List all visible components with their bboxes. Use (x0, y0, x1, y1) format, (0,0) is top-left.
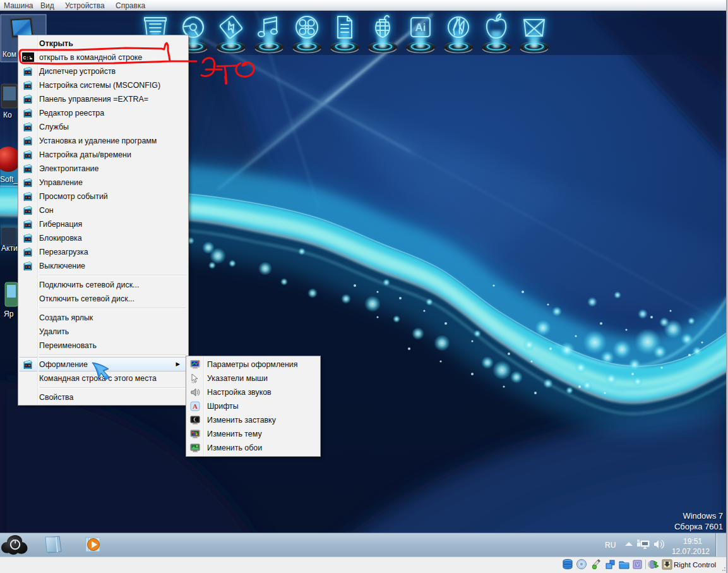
svg-text:19:51: 19:51 (683, 537, 702, 546)
svg-text:Right Control: Right Control (674, 561, 716, 569)
svg-text:RU: RU (605, 541, 616, 550)
svg-text:A: A (193, 402, 198, 410)
svg-text:12.07.2012: 12.07.2012 (672, 547, 710, 556)
svg-text:C:\: C:\ (23, 55, 33, 61)
svg-text:Ai: Ai (415, 21, 426, 33)
svg-text:V: V (636, 562, 639, 567)
